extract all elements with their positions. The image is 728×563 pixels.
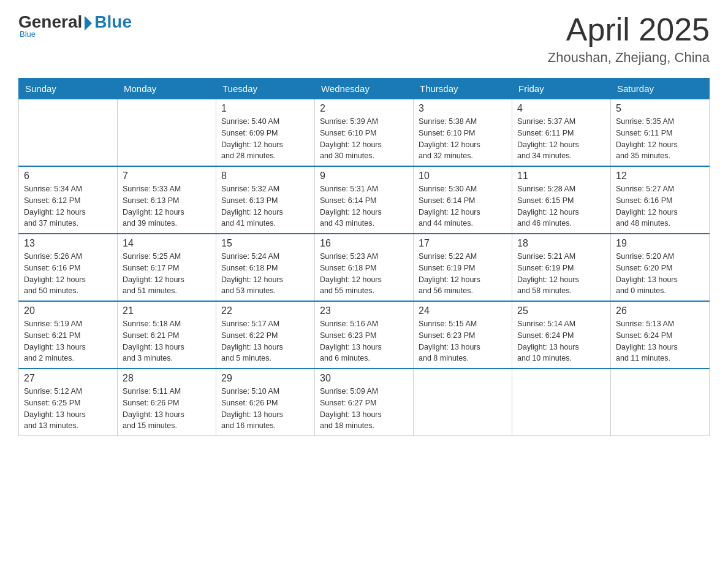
day-info: Sunrise: 5:17 AM Sunset: 6:22 PM Dayligh…: [221, 318, 309, 364]
calendar-cell: 29Sunrise: 5:10 AM Sunset: 6:26 PM Dayli…: [216, 369, 315, 436]
day-number: 26: [616, 305, 704, 316]
day-info: Sunrise: 5:20 AM Sunset: 6:20 PM Dayligh…: [616, 251, 704, 297]
calendar-cell: 4Sunrise: 5:37 AM Sunset: 6:11 PM Daylig…: [512, 99, 611, 167]
day-info: Sunrise: 5:37 AM Sunset: 6:11 PM Dayligh…: [517, 116, 605, 162]
day-info: Sunrise: 5:09 AM Sunset: 6:27 PM Dayligh…: [320, 386, 408, 432]
day-number: 15: [221, 238, 309, 249]
calendar-cell: 1Sunrise: 5:40 AM Sunset: 6:09 PM Daylig…: [216, 99, 315, 167]
day-number: 1: [221, 103, 309, 114]
day-info: Sunrise: 5:38 AM Sunset: 6:10 PM Dayligh…: [419, 116, 507, 162]
day-number: 8: [221, 170, 309, 182]
day-info: Sunrise: 5:11 AM Sunset: 6:26 PM Dayligh…: [123, 386, 211, 432]
weekday-header-monday: Monday: [118, 79, 216, 99]
calendar-title: April 2025: [548, 12, 710, 47]
logo-arrow-icon: [85, 16, 92, 31]
calendar-cell: [19, 99, 118, 167]
calendar-cell: 3Sunrise: 5:38 AM Sunset: 6:10 PM Daylig…: [414, 99, 512, 167]
calendar-cell: 18Sunrise: 5:21 AM Sunset: 6:19 PM Dayli…: [512, 234, 611, 301]
day-number: 6: [24, 170, 112, 182]
day-number: 14: [123, 238, 211, 249]
calendar-cell: 6Sunrise: 5:34 AM Sunset: 6:12 PM Daylig…: [19, 166, 118, 234]
calendar-cell: 22Sunrise: 5:17 AM Sunset: 6:22 PM Dayli…: [216, 301, 315, 369]
day-info: Sunrise: 5:40 AM Sunset: 6:09 PM Dayligh…: [221, 116, 309, 162]
day-info: Sunrise: 5:24 AM Sunset: 6:18 PM Dayligh…: [221, 251, 309, 297]
calendar-cell: 15Sunrise: 5:24 AM Sunset: 6:18 PM Dayli…: [216, 234, 315, 301]
day-number: 29: [221, 373, 309, 384]
day-number: 23: [320, 305, 408, 316]
day-info: Sunrise: 5:19 AM Sunset: 6:21 PM Dayligh…: [24, 318, 112, 364]
calendar-cell: 2Sunrise: 5:39 AM Sunset: 6:10 PM Daylig…: [315, 99, 414, 167]
calendar-cell: 24Sunrise: 5:15 AM Sunset: 6:23 PM Dayli…: [414, 301, 512, 369]
day-info: Sunrise: 5:32 AM Sunset: 6:13 PM Dayligh…: [221, 183, 309, 229]
calendar-cell: [611, 369, 710, 436]
day-number: 5: [616, 103, 704, 114]
calendar-cell: 9Sunrise: 5:31 AM Sunset: 6:14 PM Daylig…: [315, 166, 414, 234]
calendar-cell: 14Sunrise: 5:25 AM Sunset: 6:17 PM Dayli…: [118, 234, 216, 301]
day-number: 19: [616, 238, 704, 249]
calendar-cell: 8Sunrise: 5:32 AM Sunset: 6:13 PM Daylig…: [216, 166, 315, 234]
day-number: 2: [320, 103, 408, 114]
day-info: Sunrise: 5:16 AM Sunset: 6:23 PM Dayligh…: [320, 318, 408, 364]
calendar-week-row: 1Sunrise: 5:40 AM Sunset: 6:09 PM Daylig…: [19, 99, 710, 167]
day-info: Sunrise: 5:25 AM Sunset: 6:17 PM Dayligh…: [123, 251, 211, 297]
day-number: 27: [24, 373, 112, 384]
calendar-week-row: 6Sunrise: 5:34 AM Sunset: 6:12 PM Daylig…: [19, 166, 710, 234]
day-info: Sunrise: 5:34 AM Sunset: 6:12 PM Dayligh…: [24, 183, 112, 229]
calendar-cell: [414, 369, 512, 436]
day-info: Sunrise: 5:14 AM Sunset: 6:24 PM Dayligh…: [517, 318, 605, 364]
day-number: 28: [123, 373, 211, 384]
calendar-cell: 13Sunrise: 5:26 AM Sunset: 6:16 PM Dayli…: [19, 234, 118, 301]
day-number: 10: [419, 170, 507, 182]
weekday-header-wednesday: Wednesday: [315, 79, 414, 99]
calendar-cell: 10Sunrise: 5:30 AM Sunset: 6:14 PM Dayli…: [414, 166, 512, 234]
weekday-header-saturday: Saturday: [611, 79, 710, 99]
day-info: Sunrise: 5:22 AM Sunset: 6:19 PM Dayligh…: [419, 251, 507, 297]
calendar-location: Zhoushan, Zhejiang, China: [548, 50, 710, 66]
calendar-cell: 23Sunrise: 5:16 AM Sunset: 6:23 PM Dayli…: [315, 301, 414, 369]
weekday-header-row: SundayMondayTuesdayWednesdayThursdayFrid…: [19, 79, 710, 99]
day-number: 18: [517, 238, 605, 249]
calendar-cell: 5Sunrise: 5:35 AM Sunset: 6:11 PM Daylig…: [611, 99, 710, 167]
day-number: 20: [24, 305, 112, 316]
calendar-cell: 20Sunrise: 5:19 AM Sunset: 6:21 PM Dayli…: [19, 301, 118, 369]
day-number: 12: [616, 170, 704, 182]
day-number: 17: [419, 238, 507, 249]
logo-subtitle: Blue: [20, 29, 36, 39]
title-section: April 2025 Zhoushan, Zhejiang, China: [548, 12, 710, 66]
calendar-table: SundayMondayTuesdayWednesdayThursdayFrid…: [18, 78, 710, 436]
calendar-cell: 17Sunrise: 5:22 AM Sunset: 6:19 PM Dayli…: [414, 234, 512, 301]
page-header: General Blue Blue April 2025 Zhoushan, Z…: [18, 12, 710, 66]
calendar-cell: [512, 369, 611, 436]
calendar-cell: 30Sunrise: 5:09 AM Sunset: 6:27 PM Dayli…: [315, 369, 414, 436]
calendar-cell: 27Sunrise: 5:12 AM Sunset: 6:25 PM Dayli…: [19, 369, 118, 436]
day-info: Sunrise: 5:27 AM Sunset: 6:16 PM Dayligh…: [616, 183, 704, 229]
day-info: Sunrise: 5:39 AM Sunset: 6:10 PM Dayligh…: [320, 116, 408, 162]
day-info: Sunrise: 5:12 AM Sunset: 6:25 PM Dayligh…: [24, 386, 112, 432]
day-info: Sunrise: 5:21 AM Sunset: 6:19 PM Dayligh…: [517, 251, 605, 297]
day-number: 7: [123, 170, 211, 182]
day-number: 24: [419, 305, 507, 316]
calendar-cell: 16Sunrise: 5:23 AM Sunset: 6:18 PM Dayli…: [315, 234, 414, 301]
weekday-header-tuesday: Tuesday: [216, 79, 315, 99]
day-info: Sunrise: 5:15 AM Sunset: 6:23 PM Dayligh…: [419, 318, 507, 364]
day-info: Sunrise: 5:28 AM Sunset: 6:15 PM Dayligh…: [517, 183, 605, 229]
day-info: Sunrise: 5:23 AM Sunset: 6:18 PM Dayligh…: [320, 251, 408, 297]
calendar-week-row: 20Sunrise: 5:19 AM Sunset: 6:21 PM Dayli…: [19, 301, 710, 369]
day-info: Sunrise: 5:18 AM Sunset: 6:21 PM Dayligh…: [123, 318, 211, 364]
day-info: Sunrise: 5:33 AM Sunset: 6:13 PM Dayligh…: [123, 183, 211, 229]
day-number: 21: [123, 305, 211, 316]
calendar-cell: 28Sunrise: 5:11 AM Sunset: 6:26 PM Dayli…: [118, 369, 216, 436]
calendar-cell: 25Sunrise: 5:14 AM Sunset: 6:24 PM Dayli…: [512, 301, 611, 369]
day-info: Sunrise: 5:13 AM Sunset: 6:24 PM Dayligh…: [616, 318, 704, 364]
weekday-header-sunday: Sunday: [19, 79, 118, 99]
day-number: 13: [24, 238, 112, 249]
calendar-cell: 21Sunrise: 5:18 AM Sunset: 6:21 PM Dayli…: [118, 301, 216, 369]
day-number: 11: [517, 170, 605, 182]
calendar-cell: 12Sunrise: 5:27 AM Sunset: 6:16 PM Dayli…: [611, 166, 710, 234]
day-number: 25: [517, 305, 605, 316]
calendar-cell: 11Sunrise: 5:28 AM Sunset: 6:15 PM Dayli…: [512, 166, 611, 234]
calendar-week-row: 27Sunrise: 5:12 AM Sunset: 6:25 PM Dayli…: [19, 369, 710, 436]
day-info: Sunrise: 5:35 AM Sunset: 6:11 PM Dayligh…: [616, 116, 704, 162]
calendar-cell: 26Sunrise: 5:13 AM Sunset: 6:24 PM Dayli…: [611, 301, 710, 369]
day-number: 16: [320, 238, 408, 249]
